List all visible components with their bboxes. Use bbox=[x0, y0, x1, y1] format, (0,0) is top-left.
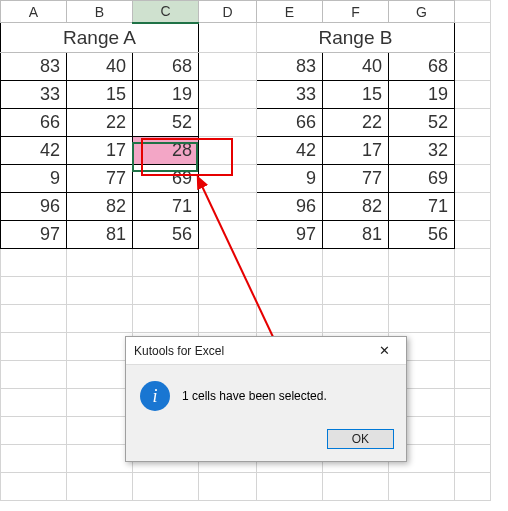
ok-button[interactable]: OK bbox=[327, 429, 394, 449]
table-row: 33 15 19 33 15 19 bbox=[1, 81, 491, 109]
cell-h1[interactable] bbox=[455, 23, 491, 53]
col-head-c[interactable]: C bbox=[133, 1, 199, 23]
col-head-g[interactable]: G bbox=[389, 1, 455, 23]
dialog-title: Kutools for Excel bbox=[134, 344, 224, 358]
info-icon: i bbox=[140, 381, 170, 411]
range-a-title: Range A bbox=[1, 23, 199, 53]
highlighted-cell[interactable]: 28 bbox=[133, 137, 199, 165]
range-b-title: Range B bbox=[257, 23, 455, 53]
table-row: 97 81 56 97 81 56 bbox=[1, 221, 491, 249]
cell-b2[interactable]: 40 bbox=[67, 53, 133, 81]
cell-e2[interactable]: 83 bbox=[257, 53, 323, 81]
cell-g2[interactable]: 68 bbox=[389, 53, 455, 81]
dialog-titlebar[interactable]: Kutools for Excel ✕ bbox=[126, 337, 406, 365]
cell-c2[interactable]: 68 bbox=[133, 53, 199, 81]
col-head-d[interactable]: D bbox=[199, 1, 257, 23]
cell-f2[interactable]: 40 bbox=[323, 53, 389, 81]
table-row: 42 17 28 42 17 32 bbox=[1, 137, 491, 165]
cell-a2[interactable]: 83 bbox=[1, 53, 67, 81]
col-head-b[interactable]: B bbox=[67, 1, 133, 23]
cell-d1[interactable] bbox=[199, 23, 257, 53]
message-dialog: Kutools for Excel ✕ i 1 cells have been … bbox=[125, 336, 407, 462]
col-head-blank bbox=[455, 1, 491, 23]
col-head-f[interactable]: F bbox=[323, 1, 389, 23]
table-row: 83 40 68 83 40 68 bbox=[1, 53, 491, 81]
table-row: 66 22 52 66 22 52 bbox=[1, 109, 491, 137]
table-row: 9 77 69 9 77 69 bbox=[1, 165, 491, 193]
col-head-e[interactable]: E bbox=[257, 1, 323, 23]
table-row: 96 82 71 96 82 71 bbox=[1, 193, 491, 221]
close-button[interactable]: ✕ bbox=[370, 343, 398, 358]
col-head-a[interactable]: A bbox=[1, 1, 67, 23]
dialog-message: 1 cells have been selected. bbox=[182, 389, 327, 403]
